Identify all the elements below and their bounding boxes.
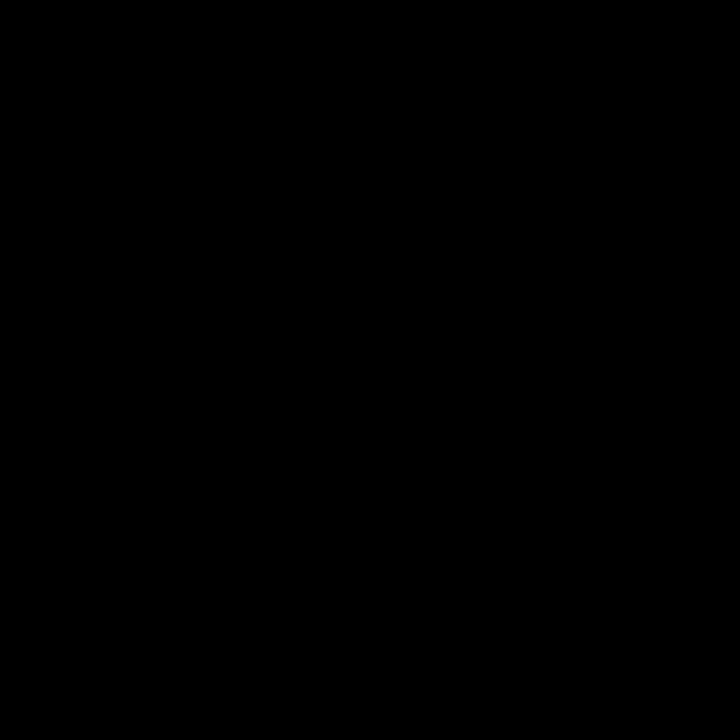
chart-container bbox=[0, 0, 728, 728]
chart-svg bbox=[0, 0, 728, 728]
